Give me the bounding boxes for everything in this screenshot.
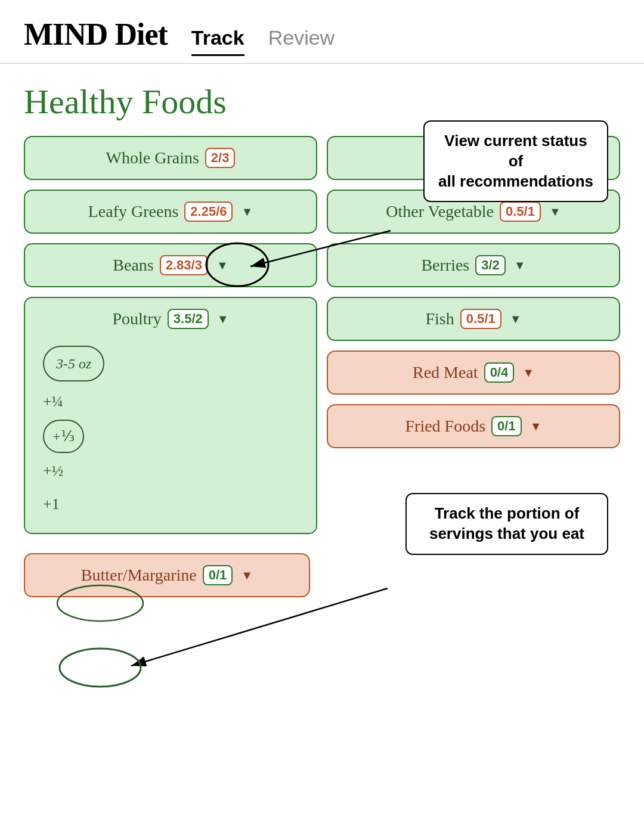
portion-quarter[interactable]: +¼ bbox=[43, 385, 298, 418]
fish-label: Fish bbox=[426, 309, 454, 328]
berries-badge: 3/2 bbox=[475, 255, 506, 275]
fried-foods-dropdown-icon: ▼ bbox=[530, 420, 542, 433]
leafy-greens-button[interactable]: Leafy Greens 2.25/6 ▼ bbox=[24, 190, 317, 234]
portion-one[interactable]: +1 bbox=[43, 488, 298, 521]
butter-dropdown-icon: ▼ bbox=[241, 569, 253, 582]
fried-foods-label: Fried Foods bbox=[405, 417, 486, 436]
fish-button[interactable]: Fish 0.5/1 ▼ bbox=[327, 297, 620, 341]
fried-foods-button[interactable]: Fried Foods 0/1 ▼ bbox=[327, 404, 620, 448]
app-title: MIND Diet bbox=[24, 17, 168, 52]
portion-third[interactable]: +⅓ bbox=[43, 418, 298, 454]
red-meat-button[interactable]: Red Meat 0/4 ▼ bbox=[327, 350, 620, 395]
poultry-dropdown-icon: ▼ bbox=[217, 312, 229, 326]
tab-review[interactable]: Review bbox=[268, 26, 335, 54]
svg-point-5 bbox=[60, 649, 141, 687]
butter-badge: 0/1 bbox=[203, 565, 233, 585]
berries-label: Berries bbox=[421, 256, 469, 275]
butter-label: Butter/Margarine bbox=[81, 566, 197, 585]
poultry-label: Poultry bbox=[112, 309, 161, 328]
beans-badge: 2.83/3 bbox=[160, 255, 208, 275]
fried-foods-badge: 0/1 bbox=[491, 416, 522, 436]
tab-track[interactable]: Track bbox=[191, 26, 244, 56]
berries-dropdown-icon: ▼ bbox=[514, 259, 526, 272]
poultry-panel: Poultry 3.5/2 ▼ 3-5 oz +¼ +⅓ +½ +1 bbox=[24, 297, 317, 534]
callout-recommendations: View current status of all recommendatio… bbox=[423, 120, 608, 202]
beans-button[interactable]: Beans 2.83/3 ▼ bbox=[24, 243, 317, 287]
portion-half[interactable]: +½ bbox=[43, 454, 298, 488]
portion-third-circled[interactable]: +⅓ bbox=[43, 420, 84, 453]
other-vegetable-dropdown-icon: ▼ bbox=[549, 205, 561, 219]
right-col: Fish 0.5/1 ▼ Red Meat 0/4 ▼ Fried Foods … bbox=[327, 297, 620, 448]
header: MIND Diet Track Review bbox=[0, 0, 644, 64]
food-row-3: Beans 2.83/3 ▼ Berries 3/2 ▼ bbox=[24, 243, 620, 287]
red-meat-badge: 0/4 bbox=[484, 362, 515, 383]
fish-dropdown-icon: ▼ bbox=[510, 312, 522, 326]
beans-label: Beans bbox=[113, 256, 153, 275]
other-vegetable-label: Other Vegetable bbox=[386, 202, 494, 221]
berries-button[interactable]: Berries 3/2 ▼ bbox=[327, 243, 620, 287]
poultry-badge: 3.5/2 bbox=[168, 309, 209, 329]
butter-button[interactable]: Butter/Margarine 0/1 ▼ bbox=[24, 553, 310, 597]
other-vegetable-badge: 0.5/1 bbox=[500, 201, 541, 222]
serving-size-label: 3-5 oz bbox=[43, 346, 104, 381]
leafy-greens-dropdown-icon: ▼ bbox=[241, 205, 253, 219]
leafy-greens-label: Leafy Greens bbox=[88, 202, 179, 221]
whole-grains-button[interactable]: Whole Grains 2/3 bbox=[24, 136, 317, 180]
beans-dropdown-icon: ▼ bbox=[216, 259, 228, 272]
red-meat-label: Red Meat bbox=[413, 363, 478, 382]
whole-grains-label: Whole Grains bbox=[106, 148, 199, 167]
leafy-greens-badge: 2.25/6 bbox=[184, 201, 233, 222]
poultry-button[interactable]: Poultry 3.5/2 ▼ bbox=[25, 298, 316, 340]
red-meat-dropdown-icon: ▼ bbox=[522, 366, 534, 380]
butter-row: Butter/Margarine 0/1 ▼ bbox=[24, 553, 310, 597]
callout-servings: Track the portion of servings that you e… bbox=[405, 493, 608, 555]
svg-line-3 bbox=[131, 588, 388, 666]
whole-grains-badge: 2/3 bbox=[205, 148, 236, 168]
section-title: Healthy Foods bbox=[24, 82, 620, 122]
poultry-expanded-body: 3-5 oz +¼ +⅓ +½ +1 bbox=[25, 340, 316, 533]
fish-badge: 0.5/1 bbox=[460, 309, 501, 329]
main-content: Healthy Foods View current status of all… bbox=[0, 64, 644, 615]
